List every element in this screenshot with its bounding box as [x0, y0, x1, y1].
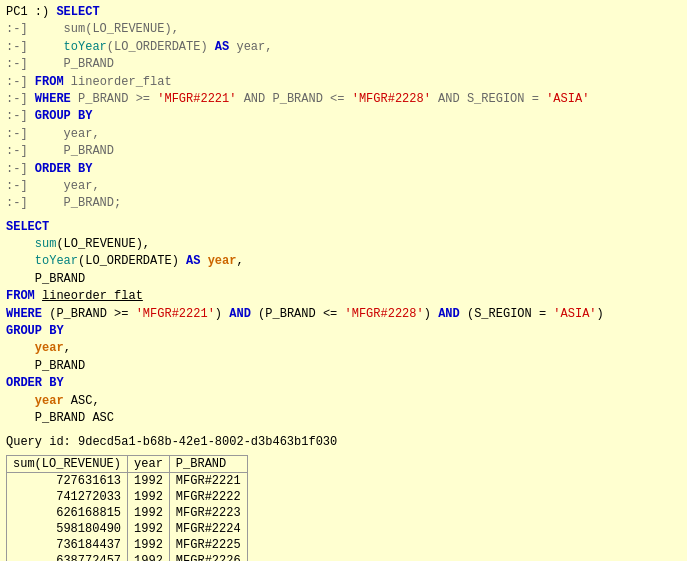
commented-query-block: PC1 :) SELECT :-] sum(LO_REVENUE), :-] t… [6, 4, 681, 213]
cell-year: 1992 [128, 505, 170, 521]
table-row: 7276316131992MFGR#2221 [7, 473, 247, 490]
query-id-line: Query id: 9decd5a1-b68b-42e1-8002-d3b463… [6, 435, 681, 449]
query-line-toyear: toYear(LO_ORDERDATE) AS year, [6, 253, 681, 270]
cell-revenue: 598180490 [7, 521, 128, 537]
cell-brand: MFGR#2222 [169, 489, 246, 505]
cell-brand: MFGR#2223 [169, 505, 246, 521]
cell-revenue: 638772457 [7, 553, 128, 561]
comment-line-4: :-] FROM lineorder_flat [6, 75, 172, 89]
comment-line-2: :-] toYear(LO_ORDERDATE) AS year, [6, 40, 272, 54]
query-from-line: FROM lineorder_flat [6, 288, 681, 305]
cell-year: 1992 [128, 521, 170, 537]
query-orderby-pbrand: P_BRAND ASC [6, 410, 681, 427]
results-table: sum(LO_REVENUE) year P_BRAND 72763161319… [7, 456, 247, 561]
cell-brand: MFGR#2224 [169, 521, 246, 537]
cell-brand: MFGR#2221 [169, 473, 246, 490]
comment-line-6: :-] GROUP BY [6, 109, 92, 123]
cell-year: 1992 [128, 553, 170, 561]
comment-line-3: :-] P_BRAND [6, 57, 114, 71]
query-groupby-pbrand: P_BRAND [6, 358, 681, 375]
col-header-revenue: sum(LO_REVENUE) [7, 456, 128, 473]
table-row: 6261688151992MFGR#2223 [7, 505, 247, 521]
col-header-pbrand: P_BRAND [169, 456, 246, 473]
comment-line-8: :-] P_BRAND [6, 144, 114, 158]
table-header-row: sum(LO_REVENUE) year P_BRAND [7, 456, 247, 473]
table-row: 7361844371992MFGR#2225 [7, 537, 247, 553]
comment-line-11: :-] P_BRAND; [6, 196, 121, 210]
main-content: PC1 :) SELECT :-] sum(LO_REVENUE), :-] t… [0, 0, 687, 561]
prompt-pc1: PC1 :) [6, 5, 56, 19]
query-groupby-year: year, [6, 340, 681, 357]
cell-revenue: 727631613 [7, 473, 128, 490]
table-row: 7412720331992MFGR#2222 [7, 489, 247, 505]
comment-line-10: :-] year, [6, 179, 100, 193]
query-line-pbrand: P_BRAND [6, 271, 681, 288]
cell-revenue: 736184437 [7, 537, 128, 553]
formatted-query: SELECT sum(LO_REVENUE), toYear(LO_ORDERD… [6, 219, 681, 428]
cell-revenue: 741272033 [7, 489, 128, 505]
query-id-label: Query id: [6, 435, 71, 449]
comment-line-5: :-] WHERE P_BRAND >= 'MFGR#2221' AND P_B… [6, 92, 589, 106]
comment-line-9: :-] ORDER BY [6, 162, 92, 176]
results-table-container: sum(LO_REVENUE) year P_BRAND 72763161319… [6, 455, 248, 561]
comment-line-7: :-] year, [6, 127, 100, 141]
table-row: 5981804901992MFGR#2224 [7, 521, 247, 537]
cell-year: 1992 [128, 537, 170, 553]
query-where-line: WHERE (P_BRAND >= 'MFGR#2221') AND (P_BR… [6, 306, 681, 323]
cell-revenue: 626168815 [7, 505, 128, 521]
col-header-year: year [128, 456, 170, 473]
query-id-value: 9decd5a1-b68b-42e1-8002-d3b463b1f030 [78, 435, 337, 449]
query-orderby-year: year ASC, [6, 393, 681, 410]
cell-year: 1992 [128, 489, 170, 505]
cell-brand: MFGR#2225 [169, 537, 246, 553]
table-row: 6387724571992MFGR#2226 [7, 553, 247, 561]
query-groupby-label: GROUP BY [6, 323, 681, 340]
cell-brand: MFGR#2226 [169, 553, 246, 561]
query-orderby-label: ORDER BY [6, 375, 681, 392]
comment-line-1: :-] sum(LO_REVENUE), [6, 22, 179, 36]
query-line-sum: sum(LO_REVENUE), [6, 236, 681, 253]
select-keyword: SELECT [6, 220, 49, 234]
cell-year: 1992 [128, 473, 170, 490]
